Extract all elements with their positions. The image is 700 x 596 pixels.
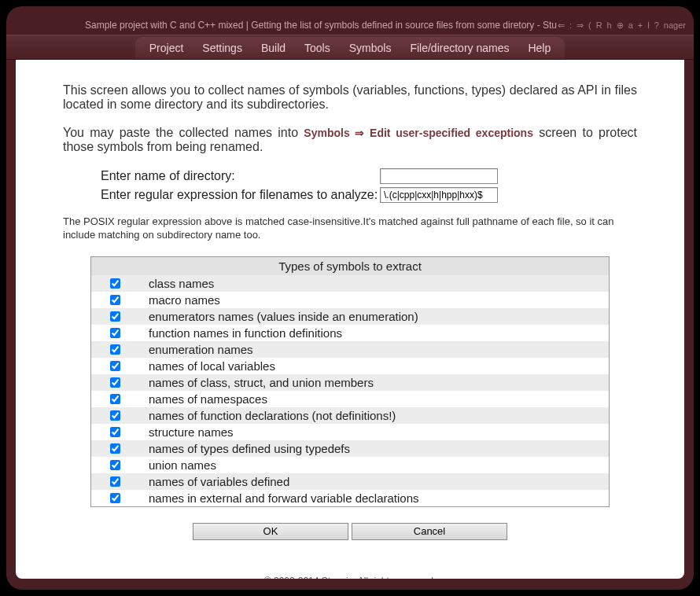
sep-icon: :: [569, 20, 572, 30]
symbol-label: union names: [149, 458, 216, 472]
symbol-checkbox[interactable]: [110, 443, 120, 454]
dir-label: Enter name of directory:: [101, 169, 380, 183]
note-text: The POSIX regular expression above is ma…: [63, 215, 637, 242]
content-area: This screen allows you to collect names …: [16, 60, 684, 579]
symbol-label: names in external and forward variable d…: [149, 491, 419, 505]
symbol-row: names of class, struct, and union member…: [91, 374, 609, 391]
menu-build[interactable]: Build: [261, 42, 286, 54]
menu-tabs: Project Settings Build Tools Symbols Fil…: [135, 37, 566, 59]
add-circle-icon[interactable]: ⊕: [617, 20, 624, 31]
symbol-row: enumeration names: [91, 341, 609, 358]
right-label: nager: [664, 20, 686, 30]
cancel-button[interactable]: Cancel: [352, 523, 507, 540]
forward-icon[interactable]: ⇒: [577, 20, 584, 31]
symbol-label: function names in function definitions: [149, 326, 342, 340]
symbol-row: class names: [91, 275, 609, 292]
menu-settings[interactable]: Settings: [202, 42, 242, 54]
symbol-checkbox[interactable]: [110, 361, 120, 371]
symbol-checkbox[interactable]: [110, 394, 120, 404]
l-icon[interactable]: l: [647, 20, 649, 30]
title-bar: Sample project with C and C++ mixed | Ge…: [6, 16, 694, 35]
symbol-checkbox[interactable]: [110, 460, 120, 470]
symbol-row: names of function declarations (not defi…: [91, 407, 609, 424]
footer-text: © 2002-2014 Stunnix. All rights reserved…: [63, 576, 637, 579]
symbol-checkbox[interactable]: [110, 410, 120, 421]
button-row: OK Cancel: [63, 523, 637, 540]
symbol-checkbox[interactable]: [110, 476, 120, 487]
symbol-row: names in external and forward variable d…: [91, 490, 609, 506]
intro2-prefix: You may paste the collected names into: [63, 126, 304, 139]
regex-input[interactable]: [380, 187, 498, 203]
window-title: Sample project with C and C++ mixed | Ge…: [85, 20, 568, 31]
intro2-highlight: Symbols ⇒ Edit user-specified exceptions: [304, 127, 533, 139]
symbol-label: macro names: [149, 293, 220, 307]
intro-text: This screen allows you to collect names …: [63, 83, 637, 112]
symbol-row: names of variables defined: [91, 473, 609, 490]
symbol-row: macro names: [91, 292, 609, 308]
symbol-label: names of function declarations (not defi…: [149, 409, 396, 422]
symbol-checkbox[interactable]: [110, 493, 120, 503]
menu-help[interactable]: Help: [528, 42, 551, 54]
back-icon[interactable]: ⇐: [558, 20, 565, 31]
symbol-label: names of namespaces: [149, 392, 267, 406]
symbol-checkbox[interactable]: [110, 311, 120, 322]
menu-filedir[interactable]: File/directory names: [410, 42, 509, 54]
app-window: Sample project with C and C++ mixed | Ge…: [6, 6, 694, 590]
menu-bar: Project Settings Build Tools Symbols Fil…: [6, 35, 694, 60]
symbol-label: names of class, struct, and union member…: [149, 376, 374, 389]
symbol-checkbox[interactable]: [110, 377, 120, 388]
intro2-text: You may paste the collected names into S…: [63, 126, 637, 154]
symbol-row: union names: [91, 457, 609, 473]
symbol-checkbox[interactable]: [110, 295, 120, 305]
regex-label: Enter regular expression for filenames t…: [101, 188, 380, 202]
help-icon[interactable]: ?: [654, 20, 659, 30]
plus-icon[interactable]: +: [638, 20, 643, 30]
ok-button[interactable]: OK: [193, 523, 348, 540]
symbol-row: names of namespaces: [91, 391, 609, 407]
symbol-row: enumerators names (values inside an enum…: [91, 308, 609, 325]
toolbar-icons: ⇐ : ⇒ ( R h ⊕ a + l ?nager: [558, 20, 686, 31]
h-icon[interactable]: h: [607, 20, 612, 30]
dir-input[interactable]: [380, 168, 498, 184]
symbol-header: Types of symbols to extract: [91, 257, 609, 275]
symbol-row: names of types defined using typedefs: [91, 440, 609, 457]
symbol-table: Types of symbols to extract class namesm…: [90, 256, 610, 507]
symbol-row: function names in function definitions: [91, 325, 609, 341]
symbol-label: enumeration names: [149, 343, 253, 356]
symbol-checkbox[interactable]: [110, 278, 120, 289]
symbol-row: structure names: [91, 424, 609, 440]
paren-icon[interactable]: (: [588, 20, 591, 30]
symbol-checkbox[interactable]: [110, 427, 120, 437]
symbol-label: names of types defined using typedefs: [149, 442, 350, 455]
symbol-label: names of variables defined: [149, 475, 289, 488]
regex-row: Enter regular expression for filenames t…: [63, 187, 637, 203]
symbol-label: enumerators names (values inside an enum…: [149, 310, 418, 323]
menu-symbols[interactable]: Symbols: [349, 42, 392, 54]
symbol-label: class names: [149, 277, 214, 290]
symbol-checkbox[interactable]: [110, 328, 120, 338]
menu-project[interactable]: Project: [149, 42, 184, 54]
symbol-row: names of local variables: [91, 358, 609, 374]
symbol-label: structure names: [149, 425, 234, 439]
a-icon[interactable]: a: [628, 20, 633, 30]
symbol-checkbox[interactable]: [110, 344, 120, 355]
dir-row: Enter name of directory:: [63, 168, 637, 184]
reload-icon[interactable]: R: [596, 20, 602, 30]
menu-tools[interactable]: Tools: [304, 42, 330, 54]
symbol-label: names of local variables: [149, 359, 275, 373]
